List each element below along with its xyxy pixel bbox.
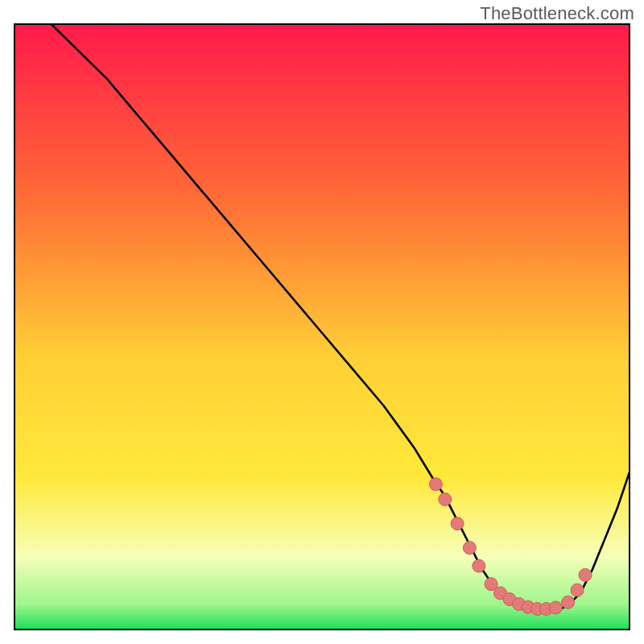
curve-marker — [549, 601, 562, 614]
curve-marker — [451, 517, 464, 530]
plot-background — [14, 24, 630, 630]
attribution-label: TheBottleneck.com — [480, 3, 634, 24]
curve-marker — [463, 541, 476, 554]
curve-marker — [571, 584, 584, 597]
curve-marker — [429, 478, 442, 491]
curve-marker — [473, 559, 485, 572]
curve-marker — [562, 596, 575, 609]
chart-frame: TheBottleneck.com — [0, 0, 644, 644]
bottleneck-chart — [0, 0, 644, 644]
curve-marker — [439, 493, 452, 506]
curve-marker — [579, 568, 592, 581]
